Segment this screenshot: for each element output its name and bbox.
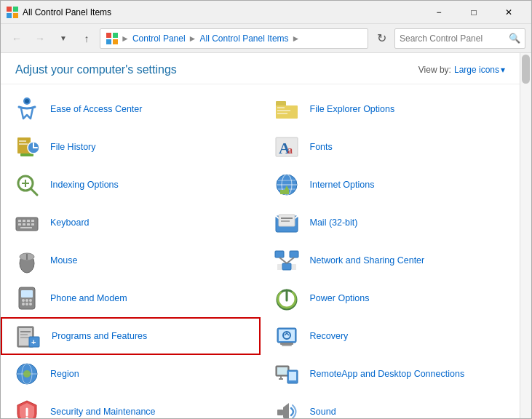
power-icon [272, 284, 301, 313]
panel-item-indexing[interactable]: Indexing Options [1, 166, 261, 204]
panel-item-sound[interactable]: Sound [261, 393, 520, 418]
up-button[interactable]: ↑ [76, 28, 97, 49]
svg-rect-86 [289, 372, 296, 380]
svg-line-53 [279, 258, 287, 263]
svg-rect-51 [290, 251, 298, 258]
phone-modem-label: Phone and Modem [50, 292, 127, 304]
svg-line-24 [31, 188, 37, 195]
app-icon [7, 7, 18, 18]
forward-button[interactable]: → [30, 28, 50, 49]
mouse-label: Mouse [50, 255, 78, 266]
address-path[interactable]: ► Control Panel ► All Control Panel Item… [100, 28, 368, 49]
svg-point-59 [22, 299, 25, 302]
control-panel-path-icon [106, 33, 118, 44]
panel-item-mouse[interactable]: Mouse [1, 242, 261, 279]
content-area: Adjust your computer's settings View by:… [1, 53, 520, 418]
programs-label: Programs and Features [52, 330, 147, 342]
svg-rect-14 [277, 113, 287, 114]
refresh-button[interactable]: ↻ [371, 28, 392, 49]
path-separator-2: ► [188, 33, 197, 44]
panel-item-ease-of-access[interactable]: Ease of Access Center [1, 90, 261, 128]
panel-item-fonts[interactable]: A a Fonts [261, 128, 520, 166]
panel-item-mail[interactable]: Mail (32-bit) [261, 204, 520, 242]
path-control-panel[interactable]: Control Panel [132, 33, 186, 44]
svg-rect-41 [31, 223, 34, 226]
ease-of-access-label: Ease of Access Center [50, 103, 142, 115]
svg-point-82 [23, 370, 31, 378]
recent-locations-button[interactable]: ▼ [53, 28, 74, 49]
programs-icon: + [14, 322, 43, 351]
svg-point-9 [25, 99, 29, 103]
svg-rect-12 [277, 107, 285, 108]
view-by-control: View by: Large icons ▾ [418, 65, 505, 75]
svg-rect-39 [23, 223, 25, 226]
title-bar: All Control Panel Items − □ ✕ [1, 1, 531, 24]
search-box[interactable]: 🔍 [394, 28, 525, 49]
window-title: All Control Panel Items [23, 7, 422, 17]
network-label: Network and Sharing Center [310, 255, 425, 266]
panel-item-file-explorer[interactable]: File Explorer Options [261, 90, 520, 128]
view-by-label: View by: [418, 65, 451, 75]
file-explorer-label: File Explorer Options [310, 103, 395, 115]
region-label: Region [50, 368, 79, 380]
panel-item-programs[interactable]: + Programs and Features [1, 317, 261, 355]
svg-rect-36 [27, 220, 30, 222]
path-separator-1: ► [121, 33, 130, 44]
file-explorer-icon [272, 95, 301, 124]
path-all-items[interactable]: All Control Panel Items [200, 33, 289, 44]
panel-item-keyboard[interactable]: Keyboard [1, 204, 261, 242]
svg-rect-0 [7, 7, 12, 12]
svg-rect-84 [277, 367, 287, 375]
mail-icon [272, 208, 301, 237]
svg-rect-4 [106, 33, 111, 38]
phone-modem-icon [12, 284, 41, 313]
maximize-button[interactable]: □ [457, 1, 491, 23]
scrollbar[interactable] [520, 53, 531, 418]
svg-line-54 [287, 258, 294, 263]
svg-rect-56 [292, 264, 296, 270]
svg-rect-91 [277, 410, 283, 415]
svg-rect-2 [7, 13, 12, 18]
svg-rect-69 [20, 331, 31, 332]
svg-rect-34 [18, 220, 21, 222]
svg-rect-35 [23, 220, 25, 222]
svg-rect-50 [275, 251, 284, 258]
panel-item-internet-options[interactable]: Internet Options [261, 166, 520, 204]
svg-text:a: a [287, 145, 293, 156]
back-button[interactable]: ← [7, 28, 27, 49]
svg-rect-1 [13, 7, 18, 12]
panel-item-phone-modem[interactable]: Phone and Modem [1, 279, 261, 317]
sound-icon [272, 397, 301, 418]
region-icon [12, 359, 41, 388]
panel-item-region[interactable]: Region [1, 355, 261, 393]
remoteapp-icon [272, 359, 301, 388]
window-controls: − □ ✕ [422, 1, 525, 23]
svg-rect-18 [19, 143, 28, 145]
scrollbar-thumb[interactable] [522, 55, 530, 84]
internet-options-label: Internet Options [310, 179, 375, 191]
panel-item-file-history[interactable]: File History [1, 128, 261, 166]
svg-point-62 [22, 303, 25, 306]
minimize-button[interactable]: − [422, 1, 456, 23]
search-input[interactable] [400, 33, 506, 44]
svg-rect-55 [277, 264, 282, 270]
svg-rect-16 [20, 153, 33, 156]
security-label: Security and Maintenance [50, 406, 156, 418]
svg-rect-32 [280, 190, 289, 194]
panel-item-security[interactable]: Security and Maintenance [1, 393, 261, 418]
file-history-label: File History [50, 141, 96, 153]
recovery-icon [272, 322, 301, 351]
panel-item-recovery[interactable]: Recovery [261, 317, 520, 355]
close-button[interactable]: ✕ [492, 1, 525, 23]
sound-label: Sound [310, 406, 336, 418]
panel-item-remoteapp[interactable]: RemoteApp and Desktop Connections [261, 355, 520, 393]
view-by-button[interactable]: Large icons ▾ [454, 65, 505, 75]
svg-rect-3 [13, 13, 18, 18]
svg-rect-5 [113, 33, 118, 38]
recovery-label: Recovery [310, 330, 349, 342]
mail-label: Mail (32-bit) [310, 217, 358, 228]
svg-rect-6 [106, 39, 111, 44]
panel-item-network[interactable]: Network and Sharing Center [261, 242, 520, 279]
panel-item-power[interactable]: Power Options [261, 279, 520, 317]
main-area: Adjust your computer's settings View by:… [1, 53, 531, 418]
